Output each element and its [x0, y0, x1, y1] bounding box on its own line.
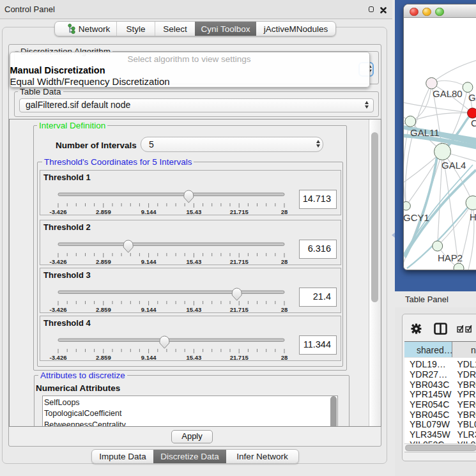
- svg-text:21.715: 21.715: [230, 258, 249, 265]
- svg-text:-3.426: -3.426: [50, 306, 67, 313]
- svg-text:28: 28: [281, 354, 288, 361]
- svg-text:28: 28: [281, 306, 288, 313]
- svg-text:9.144: 9.144: [141, 306, 157, 313]
- svg-text:GAL80: GAL80: [433, 88, 463, 99]
- svg-text:2.859: 2.859: [96, 354, 111, 361]
- svg-text:GAL4: GAL4: [441, 160, 466, 171]
- svg-text:15.43: 15.43: [187, 306, 202, 313]
- svg-text:GA: GA: [468, 92, 476, 103]
- svg-text:-3.426: -3.426: [50, 208, 67, 215]
- svg-text:21.715: 21.715: [230, 306, 249, 313]
- svg-text:9.144: 9.144: [141, 208, 157, 215]
- svg-text:GAL11: GAL11: [410, 127, 440, 138]
- svg-text:21.715: 21.715: [230, 354, 249, 361]
- svg-text:9.144: 9.144: [141, 258, 157, 265]
- svg-text:2.859: 2.859: [96, 306, 111, 313]
- svg-text:9.144: 9.144: [141, 354, 157, 361]
- svg-text:CY: CY: [471, 118, 476, 128]
- svg-text:15.43: 15.43: [187, 208, 202, 215]
- svg-text:2.859: 2.859: [96, 258, 111, 265]
- svg-text:GCY1: GCY1: [404, 212, 429, 223]
- svg-text:15.43: 15.43: [187, 258, 202, 265]
- svg-text:2.859: 2.859: [96, 208, 111, 215]
- svg-text:HAP2: HAP2: [438, 252, 463, 263]
- svg-text:28: 28: [281, 258, 288, 265]
- svg-text:21.715: 21.715: [230, 208, 249, 215]
- svg-text:28: 28: [281, 208, 288, 215]
- svg-text:15.43: 15.43: [187, 354, 202, 361]
- svg-text:-3.426: -3.426: [50, 258, 67, 265]
- svg-text:HA: HA: [470, 211, 476, 222]
- svg-text:-3.426: -3.426: [50, 354, 67, 361]
